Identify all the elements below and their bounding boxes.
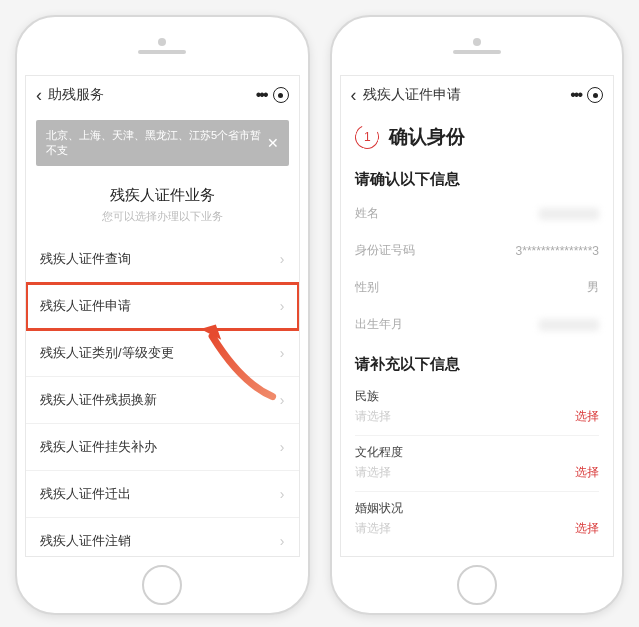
supp-label: 民族 xyxy=(355,388,391,405)
chevron-right-icon: › xyxy=(280,251,285,267)
info-label: 姓名 xyxy=(355,205,379,222)
nav-title: 助残服务 xyxy=(48,86,256,104)
chevron-right-icon: › xyxy=(280,533,285,549)
menu-label: 残疾人证类别/等级变更 xyxy=(40,344,174,362)
info-birth: 出生年月 xyxy=(341,306,614,343)
supp-label: 文化程度 xyxy=(355,444,403,461)
supp-placeholder: 请选择 xyxy=(355,408,391,425)
section-subtitle: 您可以选择办理以下业务 xyxy=(26,209,299,224)
target-icon[interactable] xyxy=(273,87,289,103)
menu-reissue[interactable]: 残疾人证件挂失补办 › xyxy=(26,424,299,471)
menu-query[interactable]: 残疾人证件查询 › xyxy=(26,236,299,283)
screen-left: ‹ 助残服务 ••• 北京、上海、天津、黑龙江、江苏5个省市暂不支 ✕ 残疾人证… xyxy=(25,75,300,557)
menu-label: 残疾人证件迁出 xyxy=(40,485,131,503)
more-icon[interactable]: ••• xyxy=(570,86,581,104)
screen-right: ‹ 残疾人证件申请 ••• 1 确认身份 请确认以下信息 姓名 身份证号码 3*… xyxy=(340,75,615,557)
menu-replace[interactable]: 残疾人证件残损换新 › xyxy=(26,377,299,424)
content-left[interactable]: 北京、上海、天津、黑龙江、江苏5个省市暂不支 ✕ 残疾人证件业务 您可以选择办理… xyxy=(26,114,299,556)
info-gender: 性别 男 xyxy=(341,269,614,306)
phone-bottom xyxy=(17,557,308,613)
info-name: 姓名 xyxy=(341,195,614,232)
info-value xyxy=(539,319,599,331)
confirm-title: 请确认以下信息 xyxy=(341,158,614,195)
supp-placeholder: 请选择 xyxy=(355,520,403,537)
supp-placeholder: 请选择 xyxy=(355,464,403,481)
phone-top xyxy=(332,17,623,75)
select-button[interactable]: 选择 xyxy=(575,464,599,481)
chevron-right-icon: › xyxy=(280,392,285,408)
back-icon[interactable]: ‹ xyxy=(36,85,42,106)
speaker-icon xyxy=(138,50,186,54)
menu-label: 残疾人证件注销 xyxy=(40,532,131,550)
info-label: 出生年月 xyxy=(355,316,403,333)
supp-education[interactable]: 文化程度 请选择 选择 xyxy=(341,436,614,491)
phone-right: ‹ 残疾人证件申请 ••• 1 确认身份 请确认以下信息 姓名 身份证号码 3*… xyxy=(330,15,625,615)
chevron-right-icon: › xyxy=(280,298,285,314)
nav-title: 残疾人证件申请 xyxy=(363,86,571,104)
nav-bar: ‹ 助残服务 ••• xyxy=(26,76,299,114)
nav-bar: ‹ 残疾人证件申请 ••• xyxy=(341,76,614,114)
select-button[interactable]: 选择 xyxy=(575,520,599,537)
speaker-icon xyxy=(453,50,501,54)
camera-icon xyxy=(473,38,481,46)
info-value xyxy=(539,208,599,220)
menu-label: 残疾人证件残损换新 xyxy=(40,391,157,409)
step-badge-icon: 1 xyxy=(351,122,382,153)
phone-bottom xyxy=(332,557,623,613)
supp-ethnic[interactable]: 民族 请选择 选择 xyxy=(341,380,614,435)
chevron-right-icon: › xyxy=(280,345,285,361)
phone-left: ‹ 助残服务 ••• 北京、上海、天津、黑龙江、江苏5个省市暂不支 ✕ 残疾人证… xyxy=(15,15,310,615)
close-icon[interactable]: ✕ xyxy=(267,135,279,151)
step-title: 确认身份 xyxy=(389,124,465,150)
more-icon[interactable]: ••• xyxy=(256,86,267,104)
nav-actions: ••• xyxy=(256,86,289,104)
phone-top xyxy=(17,17,308,75)
content-right[interactable]: 1 确认身份 请确认以下信息 姓名 身份证号码 3***************… xyxy=(341,114,614,556)
info-idnum: 身份证号码 3***************3 xyxy=(341,232,614,269)
section-title: 残疾人证件业务 xyxy=(26,186,299,205)
info-value: 3***************3 xyxy=(516,244,599,258)
menu-cancel[interactable]: 残疾人证件注销 › xyxy=(26,518,299,556)
chevron-right-icon: › xyxy=(280,439,285,455)
select-button[interactable]: 选择 xyxy=(575,408,599,425)
supp-title: 请补充以下信息 xyxy=(341,343,614,380)
info-label: 性别 xyxy=(355,279,379,296)
banner-text: 北京、上海、天津、黑龙江、江苏5个省市暂不支 xyxy=(46,128,267,158)
back-icon[interactable]: ‹ xyxy=(351,85,357,106)
camera-icon xyxy=(158,38,166,46)
menu-label: 残疾人证件查询 xyxy=(40,250,131,268)
menu-transfer[interactable]: 残疾人证件迁出 › xyxy=(26,471,299,518)
section-header: 残疾人证件业务 您可以选择办理以下业务 xyxy=(26,172,299,236)
target-icon[interactable] xyxy=(587,87,603,103)
supp-label: 婚姻状况 xyxy=(355,500,403,517)
nav-actions: ••• xyxy=(570,86,603,104)
home-button-icon xyxy=(142,565,182,605)
info-value: 男 xyxy=(587,279,599,296)
info-label: 身份证号码 xyxy=(355,242,415,259)
home-button-icon xyxy=(457,565,497,605)
chevron-right-icon: › xyxy=(280,486,285,502)
supp-marriage[interactable]: 婚姻状况 请选择 选择 xyxy=(341,492,614,547)
menu-apply[interactable]: 残疾人证件申请 › xyxy=(26,283,299,330)
step-header: 1 确认身份 xyxy=(341,114,614,158)
notice-banner: 北京、上海、天津、黑龙江、江苏5个省市暂不支 ✕ xyxy=(36,120,289,166)
menu-label: 残疾人证件申请 xyxy=(40,297,131,315)
menu-label: 残疾人证件挂失补办 xyxy=(40,438,157,456)
menu-change[interactable]: 残疾人证类别/等级变更 › xyxy=(26,330,299,377)
